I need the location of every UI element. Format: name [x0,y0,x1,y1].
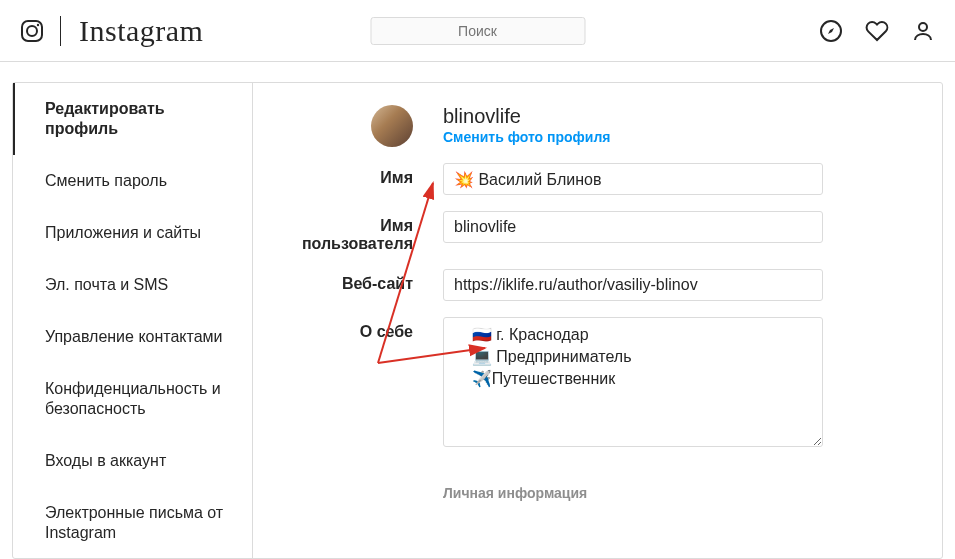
svg-rect-0 [22,21,42,41]
change-photo-link[interactable]: Сменить фото профиля [443,129,611,145]
top-navbar: Instagram [0,0,955,62]
sidebar-item-1[interactable]: Сменить пароль [13,155,252,207]
name-label: Имя [293,163,443,187]
name-row: Имя [293,163,882,195]
sidebar-item-6[interactable]: Входы в аккаунт [13,435,252,487]
sidebar-item-5[interactable]: Конфиденциальность и безопасность [13,363,252,435]
username-label: Имя пользователя [293,211,443,253]
sidebar-item-2[interactable]: Приложения и сайты [13,207,252,259]
profile-header-row: blinovlife Сменить фото профиля [293,105,882,147]
username-input[interactable] [443,211,823,243]
instagram-wordmark: Instagram [79,14,203,48]
sidebar-item-3[interactable]: Эл. почта и SMS [13,259,252,311]
svg-point-2 [37,23,39,25]
website-row: Веб-сайт [293,269,882,301]
username-row: Имя пользователя [293,211,882,253]
settings-main: blinovlife Сменить фото профиля Имя Имя … [253,83,942,558]
brand-divider [60,16,61,46]
bio-row: О себе [293,317,882,451]
profile-icon[interactable] [911,19,935,43]
brand-area[interactable]: Instagram [20,14,203,48]
website-label: Веб-сайт [293,269,443,293]
svg-point-5 [919,23,927,31]
explore-icon[interactable] [819,19,843,43]
search-container [370,17,585,45]
settings-card: Редактировать профильСменить парольПрило… [12,82,943,559]
svg-point-1 [27,26,37,36]
username-display: blinovlife [443,105,882,127]
heart-icon[interactable] [865,19,889,43]
page-content: Редактировать профильСменить парольПрило… [0,62,955,559]
sidebar-item-7[interactable]: Электронные письма от Instagram [13,487,252,559]
website-input[interactable] [443,269,823,301]
svg-marker-4 [828,28,834,34]
settings-sidebar: Редактировать профильСменить парольПрило… [13,83,253,558]
personal-info-row: Личная информация [293,467,882,501]
sidebar-item-0[interactable]: Редактировать профиль [13,83,252,155]
instagram-glyph-icon [20,19,44,43]
nav-icons [819,19,935,43]
bio-textarea[interactable] [443,317,823,447]
avatar[interactable] [371,105,413,147]
name-input[interactable] [443,163,823,195]
search-input[interactable] [370,17,585,45]
sidebar-item-4[interactable]: Управление контактами [13,311,252,363]
personal-info-heading: Личная информация [443,485,882,501]
bio-label: О себе [293,317,443,341]
